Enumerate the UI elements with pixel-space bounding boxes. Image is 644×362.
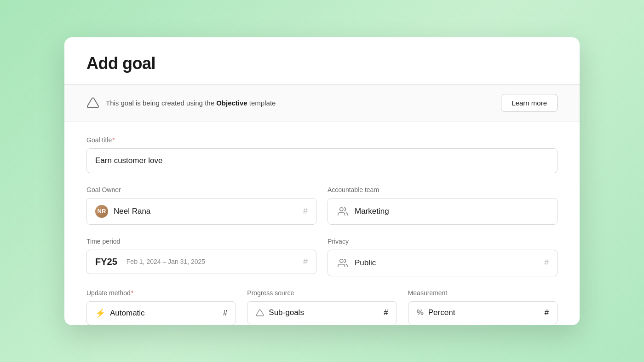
measurement-select[interactable]: % Percent #: [408, 301, 558, 324]
svg-point-0: [340, 207, 343, 210]
learn-more-button[interactable]: Learn more: [501, 94, 558, 112]
goal-title-group: Goal title*: [86, 136, 558, 173]
modal-title: Add goal: [86, 54, 558, 73]
update-method-col: Update method*: [86, 289, 236, 301]
goal-owner-hash: #: [303, 206, 308, 216]
avatar-image: NR: [95, 205, 108, 218]
time-period-hash: #: [303, 257, 308, 267]
time-period-col: Time period FY25 Feb 1, 2024 – Jan 31, 2…: [86, 238, 316, 276]
goal-title-label: Goal title*: [86, 136, 558, 144]
form-body: Goal title* Goal Owner NR Neel Rana # Ac…: [64, 122, 580, 325]
bottom-labels-row: Update method* Progress source Measureme…: [86, 289, 558, 301]
people-icon: [338, 206, 348, 216]
update-method-label: Update method*: [86, 289, 236, 297]
privacy-value: Public: [355, 258, 539, 268]
owner-team-row: Goal Owner NR Neel Rana # Accountable te…: [86, 186, 558, 225]
percent-icon: %: [417, 308, 424, 317]
privacy-icon-wrapper: [336, 257, 349, 269]
time-period-select[interactable]: FY25 Feb 1, 2024 – Jan 31, 2025 #: [86, 250, 316, 274]
accountable-team-label: Accountable team: [328, 186, 558, 193]
progress-source-label: Progress source: [247, 289, 397, 297]
svg-point-1: [340, 259, 343, 262]
time-period-label: Time period: [86, 238, 316, 245]
fy-badge: FY25: [95, 257, 117, 267]
accountable-team-col: Accountable team Marketing: [328, 186, 558, 225]
measurement-label: Measurement: [408, 289, 558, 297]
privacy-label: Privacy: [328, 238, 558, 245]
team-icon-wrapper: [336, 205, 349, 218]
modal-header: Add goal: [64, 37, 580, 84]
goal-title-input[interactable]: [86, 148, 558, 173]
goal-owner-value: Neel Rana: [114, 207, 298, 216]
privacy-hash: #: [544, 258, 549, 268]
objective-icon: [86, 96, 99, 109]
update-method-field-col: ⚡ Automatic #: [86, 301, 236, 325]
measurement-hash: #: [545, 308, 549, 317]
time-period-subtext: Feb 1, 2024 – Jan 31, 2025: [126, 258, 205, 265]
time-privacy-row: Time period FY25 Feb 1, 2024 – Jan 31, 2…: [86, 238, 558, 276]
measurement-col: Measurement: [408, 289, 558, 301]
subgoals-icon: [256, 309, 264, 317]
update-method-hash: #: [223, 309, 227, 318]
lightning-icon: ⚡: [95, 308, 105, 318]
template-banner: This goal is being created using the Obj…: [64, 85, 580, 122]
template-banner-left: This goal is being created using the Obj…: [86, 96, 276, 109]
progress-source-col: Progress source: [247, 289, 397, 301]
update-method-select[interactable]: ⚡ Automatic #: [86, 301, 236, 325]
progress-source-select[interactable]: Sub-goals #: [247, 301, 397, 324]
goal-owner-col: Goal Owner NR Neel Rana #: [86, 186, 316, 225]
goal-owner-select[interactable]: NR Neel Rana #: [86, 198, 316, 225]
public-icon: [338, 258, 348, 268]
measurement-value: Percent: [428, 308, 455, 317]
bottom-section: Update method* Progress source Measureme…: [86, 289, 558, 325]
add-goal-modal: Add goal This goal is being created usin…: [64, 37, 580, 325]
avatar: NR: [95, 205, 108, 218]
progress-source-hash: #: [384, 308, 388, 317]
progress-source-value: Sub-goals: [269, 308, 304, 317]
goal-owner-label: Goal Owner: [86, 186, 316, 193]
progress-source-field-col: Sub-goals #: [247, 301, 397, 325]
accountable-team-value: Marketing: [355, 207, 549, 216]
privacy-select[interactable]: Public #: [328, 250, 558, 276]
template-text: This goal is being created using the Obj…: [106, 99, 276, 107]
measurement-field-col: % Percent #: [408, 301, 558, 325]
bottom-fields-row: ⚡ Automatic # Sub-goals #: [86, 301, 558, 325]
update-method-value: Automatic: [110, 309, 145, 318]
accountable-team-select[interactable]: Marketing: [328, 198, 558, 225]
privacy-col: Privacy Public #: [328, 238, 558, 276]
